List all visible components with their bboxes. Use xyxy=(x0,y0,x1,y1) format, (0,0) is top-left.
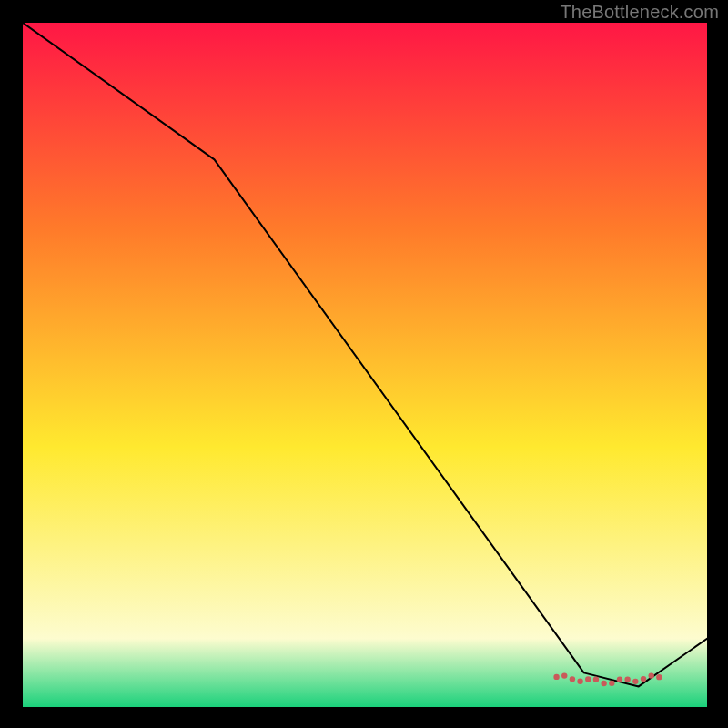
dot-marker xyxy=(577,679,582,684)
dot-marker xyxy=(561,672,567,678)
chart-stage: TheBottleneck.com xyxy=(0,0,728,728)
dot-marker xyxy=(585,676,591,682)
dot-marker xyxy=(609,681,614,686)
dot-marker xyxy=(641,676,646,682)
chart-svg xyxy=(23,23,707,707)
dot-marker xyxy=(570,676,575,682)
dot-marker xyxy=(553,674,559,680)
plot-area xyxy=(23,23,707,707)
gradient-background xyxy=(23,23,707,707)
dot-marker xyxy=(593,677,599,682)
watermark-text: TheBottleneck.com xyxy=(560,2,719,23)
dot-marker xyxy=(632,679,638,684)
dot-marker xyxy=(601,681,606,686)
dot-marker xyxy=(624,677,630,682)
dot-marker xyxy=(648,672,653,678)
dot-marker xyxy=(617,676,622,682)
dot-marker xyxy=(656,674,662,680)
